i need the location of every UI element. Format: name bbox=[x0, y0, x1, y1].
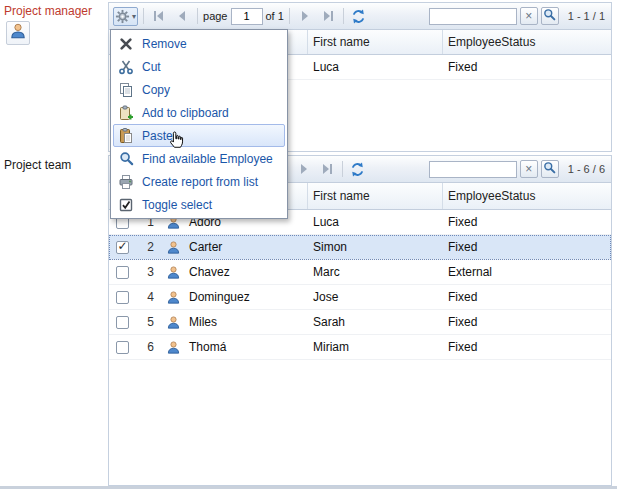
record-range-label: 1 - 6 / 6 bbox=[568, 163, 605, 175]
checkbox-checked-icon bbox=[118, 197, 134, 213]
last-page-button[interactable] bbox=[318, 7, 338, 26]
row-checkbox[interactable] bbox=[116, 316, 129, 329]
toolbar-separator bbox=[289, 8, 290, 24]
menu-item-paste[interactable]: Paste bbox=[113, 124, 285, 147]
close-icon: × bbox=[525, 162, 532, 176]
menu-item-find-available-employee[interactable]: Find available Employee bbox=[113, 147, 285, 170]
cell-status: Fixed bbox=[443, 60, 611, 74]
refresh-icon bbox=[350, 162, 365, 177]
clipboard-add-icon bbox=[118, 105, 134, 121]
menu-item-label: Remove bbox=[142, 37, 187, 51]
table-row[interactable]: 5 Miles Sarah Fixed bbox=[109, 310, 611, 335]
table-row[interactable]: 3 Chavez Marc External bbox=[109, 260, 611, 285]
header-cell-first-name[interactable]: First name bbox=[308, 30, 443, 54]
cell-row-number: 4 bbox=[135, 290, 161, 304]
actions-menu-button[interactable]: ▾ bbox=[113, 7, 138, 26]
printer-icon bbox=[118, 174, 134, 190]
last-page-icon bbox=[319, 161, 335, 177]
header-cell-status[interactable]: EmployeeStatus bbox=[443, 30, 611, 54]
table-row[interactable]: 2 Carter Simon Fixed bbox=[109, 235, 611, 260]
cell-first-name: Luca bbox=[308, 60, 443, 74]
toolbar-separator bbox=[143, 8, 144, 24]
copy-icon bbox=[118, 82, 134, 98]
person-icon bbox=[161, 240, 185, 255]
cell-first-name: Simon bbox=[308, 240, 443, 254]
menu-item-label: Find available Employee bbox=[142, 152, 273, 166]
person-icon bbox=[161, 290, 185, 305]
first-page-icon bbox=[151, 8, 167, 24]
project-manager-label: Project manager bbox=[4, 4, 92, 18]
manager-search-input[interactable] bbox=[429, 8, 517, 25]
menu-item-remove[interactable]: Remove bbox=[113, 32, 285, 55]
project-team-label: Project team bbox=[4, 158, 71, 172]
cell-status: External bbox=[443, 265, 611, 279]
menu-item-label: Add to clipboard bbox=[142, 106, 229, 120]
menu-item-toggle-select[interactable]: Toggle select bbox=[113, 193, 285, 216]
cell-status: Fixed bbox=[443, 315, 611, 329]
last-page-button[interactable] bbox=[317, 160, 337, 179]
cell-status: Fixed bbox=[443, 240, 611, 254]
refresh-button[interactable] bbox=[349, 7, 368, 26]
prev-page-button[interactable] bbox=[172, 7, 192, 26]
header-cell-status[interactable]: EmployeeStatus bbox=[443, 183, 611, 209]
search-icon bbox=[543, 161, 556, 177]
cell-status: Fixed bbox=[443, 340, 611, 354]
row-checkbox[interactable] bbox=[116, 341, 129, 354]
page-number-input[interactable] bbox=[231, 8, 263, 25]
menu-item-add-to-clipboard[interactable]: Add to clipboard bbox=[113, 101, 285, 124]
gear-icon bbox=[115, 9, 130, 24]
menu-item-label: Cut bbox=[142, 60, 161, 74]
cell-last-name: Thomá bbox=[185, 340, 308, 354]
person-icon bbox=[161, 315, 185, 330]
row-checkbox[interactable] bbox=[116, 266, 129, 279]
search-button[interactable] bbox=[541, 160, 559, 178]
next-page-button[interactable] bbox=[295, 7, 315, 26]
clear-search-button[interactable]: × bbox=[520, 7, 538, 25]
next-page-button[interactable] bbox=[294, 160, 314, 179]
cell-row-number: 3 bbox=[135, 265, 161, 279]
team-search-input[interactable] bbox=[429, 161, 517, 178]
menu-item-create-report[interactable]: Create report from list bbox=[113, 170, 285, 193]
cell-row-number: 6 bbox=[135, 340, 161, 354]
menu-item-label: Copy bbox=[142, 83, 170, 97]
actions-context-menu: Remove Cut Copy Add to clipboard Paste F… bbox=[110, 29, 288, 219]
cell-first-name: Miriam bbox=[308, 340, 443, 354]
cell-first-name: Marc bbox=[308, 265, 443, 279]
header-cell-first-name[interactable]: First name bbox=[308, 183, 443, 209]
row-checkbox[interactable] bbox=[116, 241, 129, 254]
cell-last-name: Carter bbox=[185, 240, 308, 254]
manager-toolbar: ▾ page of 1 bbox=[109, 3, 611, 30]
search-button[interactable] bbox=[541, 7, 559, 25]
page-label: page bbox=[203, 10, 227, 22]
clear-search-button[interactable]: × bbox=[520, 160, 538, 178]
cell-row-number: 5 bbox=[135, 315, 161, 329]
search-icon bbox=[543, 8, 556, 24]
person-icon bbox=[9, 22, 27, 44]
refresh-button[interactable] bbox=[348, 160, 367, 179]
cell-status: Fixed bbox=[443, 290, 611, 304]
toolbar-separator bbox=[342, 161, 343, 177]
remove-x-icon bbox=[118, 36, 134, 52]
clipboard-paste-icon bbox=[118, 128, 134, 144]
next-page-icon bbox=[296, 161, 312, 177]
page-of-label: of 1 bbox=[266, 10, 284, 22]
table-row[interactable]: 4 Dominguez Jose Fixed bbox=[109, 285, 611, 310]
menu-item-cut[interactable]: Cut bbox=[113, 55, 285, 78]
row-checkbox[interactable] bbox=[116, 291, 129, 304]
next-page-icon bbox=[297, 8, 313, 24]
toolbar-separator bbox=[343, 8, 344, 24]
magnifier-icon bbox=[118, 151, 134, 167]
menu-item-copy[interactable]: Copy bbox=[113, 78, 285, 101]
table-row[interactable]: 6 Thomá Miriam Fixed bbox=[109, 335, 611, 360]
project-manager-avatar-slot bbox=[6, 21, 30, 45]
last-page-icon bbox=[320, 8, 336, 24]
cell-row-number: 2 bbox=[135, 240, 161, 254]
refresh-icon bbox=[351, 9, 366, 24]
application-window: Project manager Project team ▾ page bbox=[0, 0, 617, 489]
cell-last-name: Dominguez bbox=[185, 290, 308, 304]
person-icon bbox=[161, 340, 185, 355]
cell-last-name: Chavez bbox=[185, 265, 308, 279]
first-page-button[interactable] bbox=[149, 7, 169, 26]
record-range-label: 1 - 1 / 1 bbox=[568, 10, 605, 22]
cell-last-name: Miles bbox=[185, 315, 308, 329]
